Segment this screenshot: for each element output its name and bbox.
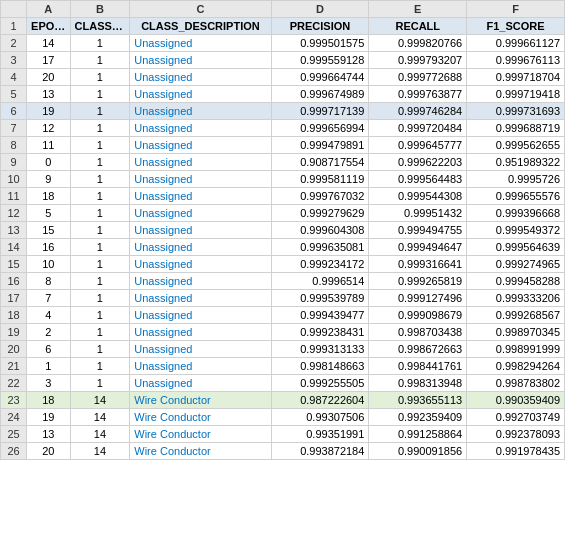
precision-cell: 0.999313133 [271, 341, 369, 358]
class-code-cell: 1 [70, 375, 130, 392]
row-number: 8 [1, 137, 27, 154]
class-description-cell: Wire Conductor [130, 443, 271, 460]
precision-cell: 0.999255505 [271, 375, 369, 392]
recall-cell: 0.990091856 [369, 443, 467, 460]
recall-cell: 0.999720484 [369, 120, 467, 137]
class-code-cell: 1 [70, 307, 130, 324]
row-number: 7 [1, 120, 27, 137]
class-code-cell: 1 [70, 120, 130, 137]
epoch-cell: 13 [27, 86, 70, 103]
table-row[interactable]: 1091Unassigned0.9995811190.9995644830.99… [1, 171, 565, 188]
epoch-cell: 10 [27, 256, 70, 273]
class-description-cell: Unassigned [130, 239, 271, 256]
class-description-cell: Unassigned [130, 188, 271, 205]
precision-cell: 0.999767032 [271, 188, 369, 205]
table-row[interactable]: 13151Unassigned0.9996043080.9994947550.9… [1, 222, 565, 239]
recall-cell: 0.999763877 [369, 86, 467, 103]
row-number: 6 [1, 103, 27, 120]
table-row[interactable]: 1681Unassigned0.99965140.9992658190.9994… [1, 273, 565, 290]
epoch-cell: 20 [27, 443, 70, 460]
f1-score-cell: 0.992378093 [467, 426, 565, 443]
table-row[interactable]: 7121Unassigned0.9996569940.9997204840.99… [1, 120, 565, 137]
recall-cell: 0.999793207 [369, 52, 467, 69]
table-row[interactable]: 2111Unassigned0.9981486630.9984417610.99… [1, 358, 565, 375]
table-row[interactable]: 14161Unassigned0.9996350810.9994946470.9… [1, 239, 565, 256]
row-number: 9 [1, 154, 27, 171]
precision-cell: 0.999479891 [271, 137, 369, 154]
table-row[interactable]: 3171Unassigned0.9995591280.9997932070.99… [1, 52, 565, 69]
epoch-cell: 7 [27, 290, 70, 307]
row-number: 3 [1, 52, 27, 69]
epoch-cell: 18 [27, 188, 70, 205]
table-row[interactable]: 241914Wire Conductor0.993075060.99235940… [1, 409, 565, 426]
row-number: 15 [1, 256, 27, 273]
table-row[interactable]: 1771Unassigned0.9995397890.9991274960.99… [1, 290, 565, 307]
class-description-cell: Unassigned [130, 35, 271, 52]
epoch-cell: 13 [27, 426, 70, 443]
precision-cell: 0.987222604 [271, 392, 369, 409]
table-row[interactable]: 1251Unassigned0.9992796290.999514320.999… [1, 205, 565, 222]
epoch-cell: 20 [27, 69, 70, 86]
f1-score-cell: 0.999731693 [467, 103, 565, 120]
f1-score-cell: 0.9995726 [467, 171, 565, 188]
col-header-B[interactable]: B [70, 1, 130, 18]
col-header-D[interactable]: D [271, 1, 369, 18]
class-description-cell: Unassigned [130, 307, 271, 324]
class-description-cell: Unassigned [130, 103, 271, 120]
row-number: 18 [1, 307, 27, 324]
table-row[interactable]: 251314Wire Conductor0.993519910.99125886… [1, 426, 565, 443]
precision-cell: 0.999717139 [271, 103, 369, 120]
recall-cell: 0.999544308 [369, 188, 467, 205]
f1-score-cell: 0.992703749 [467, 409, 565, 426]
class-description-cell: Unassigned [130, 137, 271, 154]
col-header-A[interactable]: A [27, 1, 70, 18]
table-row[interactable]: 2231Unassigned0.9992555050.9983139480.99… [1, 375, 565, 392]
table-row[interactable]: 262014Wire Conductor0.9938721840.9900918… [1, 443, 565, 460]
table-row[interactable]: 231814Wire Conductor0.9872226040.9936551… [1, 392, 565, 409]
class-code-cell: 1 [70, 69, 130, 86]
table-row[interactable]: 1921Unassigned0.9992384310.9987034380.99… [1, 324, 565, 341]
table-row[interactable]: 4201Unassigned0.9996647440.9997726880.99… [1, 69, 565, 86]
col-header-F[interactable]: F [467, 1, 565, 18]
class-code-cell: 1 [70, 341, 130, 358]
f1-score-cell: 0.999333206 [467, 290, 565, 307]
class-description-cell: Unassigned [130, 69, 271, 86]
table-row[interactable]: 5131Unassigned0.9996749890.9997638770.99… [1, 86, 565, 103]
class-code-cell: 1 [70, 290, 130, 307]
precision-cell: 0.908717554 [271, 154, 369, 171]
f1-score-cell: 0.999661127 [467, 35, 565, 52]
header-cell-f: F1_SCORE [467, 18, 565, 35]
class-description-cell: Unassigned [130, 341, 271, 358]
table-row[interactable]: 1841Unassigned0.9994394770.9990986790.99… [1, 307, 565, 324]
col-header-C[interactable]: C [130, 1, 271, 18]
f1-score-cell: 0.999396668 [467, 205, 565, 222]
precision-cell: 0.9996514 [271, 273, 369, 290]
recall-cell: 0.998703438 [369, 324, 467, 341]
table-row[interactable]: 2141Unassigned0.9995015750.9998207660.99… [1, 35, 565, 52]
recall-cell: 0.999622203 [369, 154, 467, 171]
table-row[interactable]: 901Unassigned0.9087175540.9996222030.951… [1, 154, 565, 171]
class-description-cell: Unassigned [130, 324, 271, 341]
table-row[interactable]: 11181Unassigned0.9997670320.9995443080.9… [1, 188, 565, 205]
class-code-cell: 1 [70, 256, 130, 273]
table-row[interactable]: 1EPOCHCLASS_CODECLASS_DESCRIPTIONPRECISI… [1, 18, 565, 35]
class-description-cell: Unassigned [130, 171, 271, 188]
table-row[interactable]: 15101Unassigned0.9992341720.9993166410.9… [1, 256, 565, 273]
precision-cell: 0.999559128 [271, 52, 369, 69]
table-row[interactable]: 8111Unassigned0.9994798910.9996457770.99… [1, 137, 565, 154]
recall-cell: 0.999098679 [369, 307, 467, 324]
epoch-cell: 6 [27, 341, 70, 358]
col-header-E[interactable]: E [369, 1, 467, 18]
epoch-cell: 19 [27, 103, 70, 120]
epoch-cell: 14 [27, 35, 70, 52]
table-row[interactable]: 2061Unassigned0.9993131330.9986726630.99… [1, 341, 565, 358]
recall-cell: 0.99951432 [369, 205, 467, 222]
f1-score-cell: 0.999549372 [467, 222, 565, 239]
row-number: 4 [1, 69, 27, 86]
recall-cell: 0.999494647 [369, 239, 467, 256]
epoch-cell: 15 [27, 222, 70, 239]
class-description-cell: Unassigned [130, 256, 271, 273]
row-number: 23 [1, 392, 27, 409]
epoch-cell: 17 [27, 52, 70, 69]
table-row[interactable]: 6191Unassigned0.9997171390.9997462840.99… [1, 103, 565, 120]
